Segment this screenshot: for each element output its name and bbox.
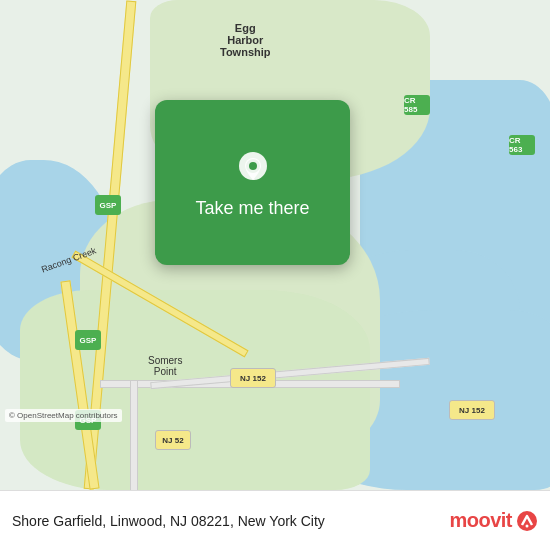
moovit-wordmark: moovit (449, 509, 512, 532)
svg-point-5 (526, 524, 529, 527)
map-area[interactable]: GSP GSP GSP CR 585 CR 563 NJ 152 NJ 152 … (0, 0, 550, 490)
badge-nj52: NJ 52 (155, 430, 191, 450)
location-info: Shore Garfield, Linwood, NJ 08221, New Y… (12, 513, 325, 529)
label-somers-point: SomersPoint (148, 355, 182, 377)
location-pin-icon (231, 146, 275, 190)
destination-card[interactable]: Take me there (155, 100, 350, 265)
road-nj52 (130, 380, 138, 490)
osm-attribution: © OpenStreetMap contributors (5, 409, 122, 422)
badge-gsp-2: GSP (75, 330, 101, 350)
svg-point-3 (249, 162, 257, 170)
bottom-info-bar: Shore Garfield, Linwood, NJ 08221, New Y… (0, 490, 550, 550)
badge-nj152-2: NJ 152 (449, 400, 495, 420)
moovit-logo: moovit (449, 509, 538, 532)
svg-point-4 (517, 511, 537, 531)
location-label: Shore Garfield, Linwood, NJ 08221, New Y… (12, 513, 325, 529)
badge-cr585: CR 585 (404, 95, 430, 115)
badge-nj152-1: NJ 152 (230, 368, 276, 388)
take-me-there-button[interactable]: Take me there (195, 198, 309, 219)
badge-gsp-1: GSP (95, 195, 121, 215)
moovit-icon (516, 510, 538, 532)
label-egg-harbor: EggHarborTownship (220, 22, 271, 58)
badge-cr563: CR 563 (509, 135, 535, 155)
